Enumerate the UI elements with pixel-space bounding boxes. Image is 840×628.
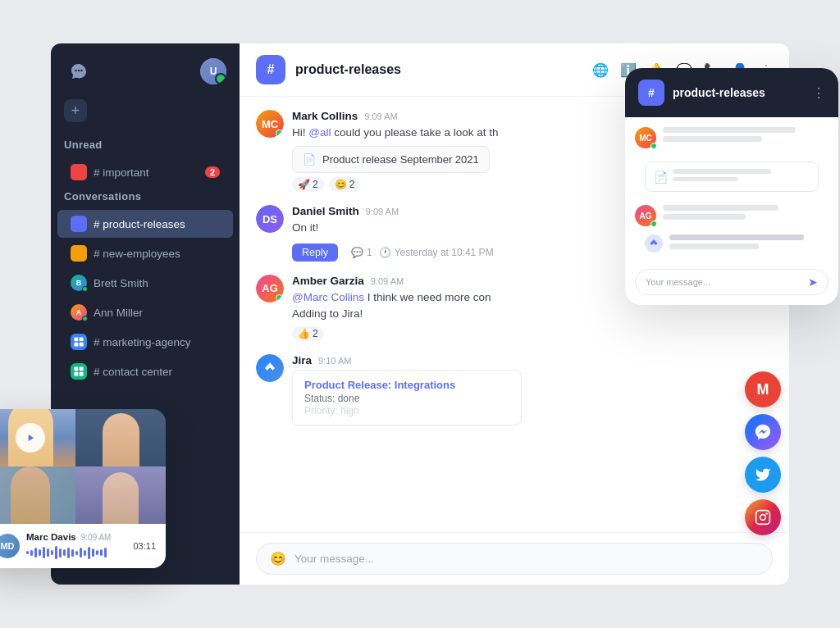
input-placeholder: Your message... [294,553,759,565]
mobile-jira [645,234,819,253]
voice-sender: Marc Davis [26,532,76,542]
instagram-icon[interactable] [745,499,781,535]
video-call-overlay: MD Marc Davis 9:09 AM [0,409,166,568]
sidebar-item-new-employees[interactable]: # new-employees [57,239,233,267]
avatar-jira [256,354,284,382]
gmail-icon[interactable]: M [745,371,781,407]
reaction-smile[interactable]: 😊 2 [329,177,361,192]
sidebar-item-label: # new-employees [94,248,180,260]
reaction-rocket[interactable]: 🚀 2 [292,177,324,192]
mobile-messages: MC 📄 AG [625,117,838,262]
unread-badge: 2 [205,166,220,178]
mobile-channel-badge: # [638,80,664,106]
thread-time: 🕐 Yesterday at 10:41 PM [379,247,494,258]
sidebar-item-brett-smith[interactable]: B Brett Smith [57,269,233,297]
attachment-card[interactable]: 📄 Product release September 2021 [292,146,490,173]
sidebar-item-label: Brett Smith [94,277,148,289]
svg-rect-10 [80,372,84,376]
reaction-thumbs-up[interactable]: 👍 2 [292,326,324,341]
svg-point-2 [80,70,82,71]
svg-rect-7 [74,366,78,371]
mobile-message-2: AG [635,205,829,226]
reply-button[interactable]: Reply [292,243,338,262]
globe-icon[interactable]: 🌐 [592,62,609,78]
svg-rect-11 [756,511,770,525]
channel-icon-product-releases [71,216,87,232]
user-avatar[interactable]: U [200,58,226,84]
svg-rect-9 [74,372,78,376]
message-header: Jira 9:10 AM [292,354,773,366]
attachment-name: Product release September 2021 [322,153,479,166]
sidebar-item-label: Ann Miller [94,307,143,319]
jira-title[interactable]: Product Release: Integrations [304,379,509,391]
unread-section-label: Unread [51,135,240,157]
emoji-icon[interactable]: 😊 [270,551,286,567]
message-time: 9:09 AM [366,207,399,216]
sidebar-item-contact-center[interactable]: # contact center [57,357,233,385]
add-button[interactable]: + [64,99,87,122]
mobile-more-icon[interactable]: ⋮ [812,85,825,101]
channel-icon-contact [71,363,87,380]
sidebar-item-product-releases[interactable]: # product-releases [57,210,233,238]
channel-title: product-releases [295,62,401,77]
mobile-jira-icon [645,234,663,253]
channel-icon-new-employees [71,245,87,262]
video-cell-2 [75,409,166,466]
mobile-channel-title: product-releases [673,86,804,99]
avatar-ann: A [71,304,87,321]
mobile-chat-header: # product-releases ⋮ [625,68,838,117]
svg-point-1 [78,70,80,71]
twitter-icon[interactable] [745,457,781,493]
mobile-overlay: # product-releases ⋮ MC 📄 [625,68,838,305]
sender-name: Mark Collins [292,110,358,122]
mobile-doc-icon: 📄 [654,171,668,184]
sidebar-item-label: # marketing-agency [94,336,191,348]
app-logo-icon [64,57,94,86]
video-cell-4 [75,466,166,524]
sidebar-item-label: # important [94,166,149,179]
mobile-doc-card: 📄 [645,162,819,192]
avatar-mark-collins: MC [256,110,284,138]
jira-card[interactable]: Product Release: Integrations Status: do… [292,370,522,425]
svg-rect-5 [74,343,78,347]
jira-priority: Priority: high [304,405,509,416]
sender-name: Daniel Smith [292,205,359,217]
message-jira: Jira 9:10 AM Product Release: Integratio… [256,354,773,425]
voice-avatar: MD [0,534,20,558]
avatar-amber-garzia: AG [256,275,284,303]
message-content: Jira 9:10 AM Product Release: Integratio… [292,354,773,425]
jira-status: Status: done [304,393,509,404]
mention: @Marc Collins [292,291,364,303]
play-button[interactable] [16,423,45,453]
sender-name: Jira [292,354,312,366]
voice-header: Marc Davis 9:09 AM [26,532,126,542]
reactions: 👍 2 [292,326,773,341]
avatar-brett: B [71,275,87,291]
sidebar-header: U [51,57,240,99]
video-cell-3 [0,466,75,524]
sidebar-item-marketing-agency[interactable]: # marketing-agency [57,328,233,356]
mention: @all [308,126,331,139]
svg-point-12 [760,515,766,521]
mobile-jira-lines [669,234,819,253]
mobile-message-input[interactable]: Your message... ➤ [635,269,829,295]
mobile-message-1: MC [635,127,829,148]
messenger-icon[interactable] [745,414,781,450]
voice-info: Marc Davis 9:09 AM [26,532,126,560]
svg-rect-4 [80,337,84,341]
svg-point-0 [75,70,76,71]
message-input-box[interactable]: 😊 Your message... [256,543,773,575]
channel-badge: # [256,55,285,84]
sidebar-item-ann-miller[interactable]: A Ann Miller [57,298,233,326]
social-icons-container: M [745,371,781,535]
sidebar-item-important[interactable]: # important 2 [57,158,233,186]
mobile-send-icon[interactable]: ➤ [808,275,818,289]
mobile-input-placeholder: Your message... [646,277,710,287]
message-input-area: 😊 Your message... [240,532,789,585]
doc-icon: 📄 [303,153,316,166]
voice-message-card: MD Marc Davis 9:09 AM [0,524,166,568]
conversations-section-label: Conversations [51,187,240,209]
mobile-bubble-1 [663,127,829,145]
message-time: 9:09 AM [364,111,397,121]
channel-icon-marketing [71,334,87,350]
